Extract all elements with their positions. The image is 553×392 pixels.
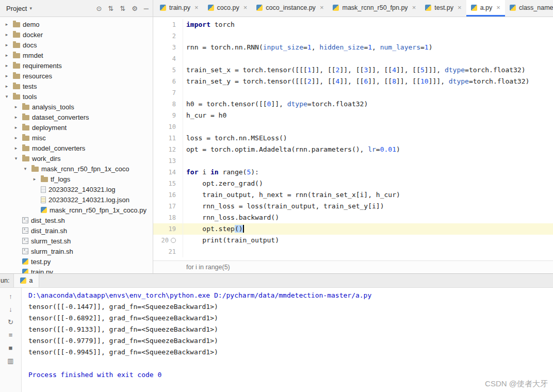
chevron-down-icon[interactable]: ▾ xyxy=(12,156,20,161)
code-text xyxy=(183,87,186,99)
chevron-right-icon[interactable]: ▸ xyxy=(31,176,38,182)
chevron-down-icon[interactable]: ▾ xyxy=(22,166,29,171)
run-body: ↑↓↻≡■▥ D:\anaconda\dataapp\envs\env_torc… xyxy=(0,288,553,392)
down-stack-trace-icon[interactable]: ↓ xyxy=(7,305,15,313)
settings-gear-icon[interactable]: ⚙ xyxy=(132,5,138,12)
chevron-down-icon[interactable]: ▾ xyxy=(3,94,10,99)
tree-item-misc[interactable]: ▸misc xyxy=(0,133,153,143)
console-line: Process finished with exit code 0 xyxy=(28,369,553,381)
line-number: 5 xyxy=(153,64,183,76)
tree-item-label: mask_rcnn_r50_fpn_1x_coco.py xyxy=(50,206,147,214)
close-tab-icon[interactable]: × xyxy=(412,4,416,11)
editor-tab-test.py[interactable]: test.py× xyxy=(420,0,466,17)
chevron-right-icon[interactable]: ▸ xyxy=(12,104,20,109)
editor-tab-bar: train.py×coco.py×coco_instance.py×mask_r… xyxy=(153,0,553,17)
chevron-right-icon[interactable]: ▸ xyxy=(12,125,20,130)
chevron-right-icon[interactable]: ▸ xyxy=(12,145,20,151)
tree-item-tests[interactable]: ▸tests xyxy=(0,81,153,91)
close-tab-icon[interactable]: × xyxy=(194,4,199,11)
run-tab-a[interactable]: a xyxy=(13,274,39,287)
chevron-right-icon[interactable]: ▸ xyxy=(3,22,10,27)
tree-item-mask_rcnn_r50_fpn_1x_coco.py[interactable]: mask_rcnn_r50_fpn_1x_coco.py xyxy=(0,205,153,215)
tree-item-requirements[interactable]: ▸requirements xyxy=(0,60,153,71)
console-output[interactable]: D:\anaconda\dataapp\envs\env_torch\pytho… xyxy=(22,288,553,392)
stop-icon[interactable]: ■ xyxy=(7,344,15,352)
chevron-right-icon[interactable]: ▸ xyxy=(3,84,10,89)
chevron-right-icon[interactable]: ▸ xyxy=(12,135,20,140)
chevron-right-icon[interactable]: ▸ xyxy=(3,32,10,37)
clear-console-icon[interactable]: ▥ xyxy=(7,356,15,365)
editor-tab-a.py[interactable]: a.py× xyxy=(466,0,505,17)
tree-item-label: tf_logs xyxy=(51,175,70,183)
tree-item-deployment[interactable]: ▸deployment xyxy=(0,122,153,133)
tree-item-resources[interactable]: ▸resources xyxy=(0,71,153,81)
folder-icon xyxy=(13,53,20,58)
tree-item-mask_rcnn_r50_fpn_1x_coco[interactable]: ▾mask_rcnn_r50_fpn_1x_coco xyxy=(0,164,153,174)
close-tab-icon[interactable]: × xyxy=(496,4,500,11)
tree-item-tf_logs[interactable]: ▸tf_logs xyxy=(0,174,153,184)
editor-tab-coco_instance.py[interactable]: coco_instance.py× xyxy=(252,0,328,17)
editor-tab-coco.py[interactable]: coco.py× xyxy=(203,0,252,17)
chevron-right-icon[interactable]: ▸ xyxy=(12,115,20,120)
tree-item-work_dirs[interactable]: ▾work_dirs xyxy=(0,153,153,164)
expand-all-icon[interactable]: ⇅ xyxy=(108,5,113,12)
editor-tab-train.py[interactable]: train.py× xyxy=(155,0,203,17)
tree-item-analysis_tools[interactable]: ▸analysis_tools xyxy=(0,102,153,112)
editor-tab-class_names[interactable]: class_names× xyxy=(505,0,553,17)
up-stack-trace-icon[interactable]: ↑ xyxy=(7,292,15,300)
chevron-right-icon[interactable]: ▸ xyxy=(3,42,10,47)
tree-item-mmdet[interactable]: ▸mmdet xyxy=(0,50,153,60)
locate-file-icon[interactable]: ⊙ xyxy=(96,5,102,12)
tab-label: train.py xyxy=(169,4,190,11)
tree-item-tools[interactable]: ▾tools xyxy=(0,91,153,102)
collapse-all-icon[interactable]: ⇅ xyxy=(120,5,125,12)
close-tab-icon[interactable]: × xyxy=(320,4,324,11)
project-tree: ▸demo▸docker▸docs▸mmdet▸requirements▸res… xyxy=(0,17,153,273)
rerun-icon[interactable]: ↻ xyxy=(7,318,15,326)
console-line: tensor([[-0.9945]], grad_fn=<SqueezeBack… xyxy=(28,347,553,358)
tree-item-model_converters[interactable]: ▸model_converters xyxy=(0,143,153,153)
tree-item-dist_train.sh[interactable]: dist_train.sh xyxy=(0,225,153,236)
project-view-dropdown[interactable]: Project ▾ xyxy=(3,4,35,13)
scroll-to-end-icon[interactable]: ≡ xyxy=(7,331,15,339)
tree-item-label: deployment xyxy=(32,124,67,132)
close-tab-icon[interactable]: × xyxy=(458,4,462,11)
tree-item-20230322_140321.log[interactable]: 20230322_140321.log xyxy=(0,184,153,194)
tree-item-docker[interactable]: ▸docker xyxy=(0,29,153,40)
main-area: ▸demo▸docker▸docs▸mmdet▸requirements▸res… xyxy=(0,17,553,273)
tree-item-train.py[interactable]: train.py xyxy=(0,267,153,273)
chevron-right-icon[interactable]: ▸ xyxy=(3,73,10,78)
tree-item-slurm_train.sh[interactable]: slurm_train.sh xyxy=(0,246,153,256)
breadcrumb-item[interactable]: for i in range(5) xyxy=(186,264,230,271)
top-bar: Project ▾ ⊙⇅⇅⚙─ train.py×coco.py×coco_in… xyxy=(0,0,553,17)
tree-item-dist_test.sh[interactable]: dist_test.sh xyxy=(0,215,153,225)
tree-item-label: work_dirs xyxy=(32,155,61,162)
chevron-right-icon[interactable]: ▸ xyxy=(3,63,10,68)
tree-item-dataset_converters[interactable]: ▸dataset_converters xyxy=(0,112,153,122)
folder-icon xyxy=(22,105,29,110)
code-line-14: 14for i in range(5): xyxy=(153,167,553,178)
hide-panel-icon[interactable]: ─ xyxy=(144,5,149,12)
close-tab-icon[interactable]: × xyxy=(243,4,248,11)
tree-item-slurm_test.sh[interactable]: slurm_test.sh xyxy=(0,236,153,246)
tree-item-label: slurm_test.sh xyxy=(31,237,71,245)
editor-tab-mask_rcnn_r50_fpn.py[interactable]: mask_rcnn_r50_fpn.py× xyxy=(328,0,420,17)
tree-item-label: dist_test.sh xyxy=(31,217,65,224)
python-file-icon xyxy=(41,207,47,213)
tree-item-20230322_140321.log.json[interactable]: 20230322_140321.log.json xyxy=(0,194,153,205)
tree-item-demo[interactable]: ▸demo xyxy=(0,19,153,29)
python-file-icon xyxy=(333,5,339,11)
tree-item-label: tests xyxy=(23,83,37,90)
tab-label: a.py xyxy=(480,4,493,11)
chevron-right-icon[interactable]: ▸ xyxy=(3,53,10,58)
python-file-icon xyxy=(160,5,166,11)
code-line-2: 2 xyxy=(153,30,553,42)
gutter-marker-icon[interactable] xyxy=(171,238,176,243)
python-file-icon xyxy=(510,5,516,11)
code-text xyxy=(183,246,186,257)
tree-item-test.py[interactable]: test.py xyxy=(0,256,153,267)
tree-item-docs[interactable]: ▸docs xyxy=(0,40,153,50)
console-line xyxy=(28,358,553,369)
text-file-icon xyxy=(41,186,46,193)
code-area[interactable]: 1import torch23rnn = torch.nn.RNN(input_… xyxy=(153,17,553,260)
